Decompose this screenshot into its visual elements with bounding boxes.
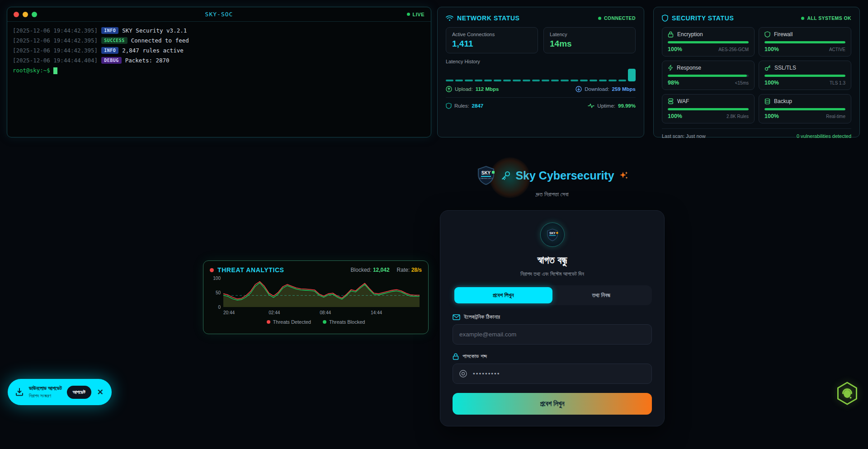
email-field[interactable] [453, 324, 652, 345]
download-stat: Download: 259 Mbps [576, 86, 636, 92]
latency-bar [475, 80, 482, 81]
security-status-label: ALL SYSTEMS OK [807, 15, 851, 21]
latency-bar [455, 80, 463, 81]
tab-register[interactable]: তথ্য নিবন্ধ [552, 287, 651, 303]
latency-bar [551, 80, 559, 81]
latency-bar [542, 80, 549, 81]
sparkles-icon [619, 170, 629, 180]
security-card-percent: 100% [668, 46, 682, 52]
svg-text:50: 50 [216, 290, 221, 295]
log-level-badge: DEBUG [101, 57, 122, 64]
password-field[interactable] [453, 364, 652, 384]
sky-shield-logo-icon: SKY [546, 228, 559, 241]
security-card-percent: 100% [764, 113, 779, 119]
brand-title: Sky Cybersecurity [515, 169, 614, 182]
tab-login[interactable]: প্রবেশ লিখুন [454, 287, 552, 303]
threat-chart: 05010020:4402:4408:4414:44 [210, 274, 423, 317]
envelope-icon [453, 314, 460, 320]
password-label: পাসকোড শব্দ [462, 353, 487, 360]
rules-label: Rules: [454, 103, 469, 109]
svg-text:14:44: 14:44 [371, 310, 382, 315]
svg-text:CYBERSECURITY: CYBERSECURITY [479, 178, 493, 180]
blocked-stat: Blocked: 12,042 [351, 267, 390, 273]
latency-bar [580, 80, 588, 81]
shield-icon [662, 14, 668, 22]
last-scan-text: Last scan: Just now [662, 133, 706, 139]
upload-label: Upload: [455, 86, 473, 92]
stat-label: Latency [550, 32, 629, 37]
vulnerabilities-text: 0 vulnerabilities detected [797, 133, 851, 139]
uptime-label: Uptime: [597, 103, 615, 109]
latency-bar [561, 80, 568, 81]
server-icon [668, 98, 674, 104]
sky-shield-logo-icon: SKY CYBERSECURITY [476, 165, 496, 185]
latency-bar [446, 80, 453, 81]
terminal-title: SKY-SOC [7, 11, 431, 18]
support-chat-button[interactable] [834, 380, 860, 406]
latency-bar [523, 80, 530, 81]
rate-label: Rate: [397, 267, 410, 273]
latency-bar [609, 80, 616, 81]
log-message: 2,847 rules active [122, 47, 183, 54]
log-line: [2025-12-06 19:44:44.404] DEBUG Packets:… [13, 57, 425, 64]
svg-text:SKY: SKY [481, 170, 491, 175]
progress-bar [764, 75, 845, 77]
progress-bar [764, 41, 845, 43]
terminal-prompt[interactable]: root@sky:~$ [13, 67, 425, 74]
update-button[interactable]: আপডেট [67, 386, 91, 399]
threat-dot-icon [210, 268, 214, 272]
threat-analytics-panel: THREAT ANALYTICS Blocked: 12,042 Rate: 2… [203, 260, 429, 334]
lock-icon [453, 353, 459, 360]
rules-value: 2847 [472, 103, 484, 109]
latency-history-chart [446, 67, 636, 81]
network-panel-title: NETWORK STATUS [457, 14, 520, 22]
upload-stat: Upload: 112 Mbps [446, 86, 499, 92]
security-card-detail: <15ms [735, 80, 749, 85]
wifi-icon [446, 15, 453, 21]
latency-bar [618, 80, 626, 81]
active-connections-value: 1,411 [452, 39, 532, 49]
security-card-percent: 98% [668, 80, 679, 86]
close-icon[interactable]: ✕ [96, 388, 104, 397]
prompt-text: root@sky:~$ [13, 67, 50, 74]
headset-hexagon-icon [834, 380, 860, 406]
download-label: Download: [585, 86, 609, 92]
toast-text: ডাউনলোড আপডেট নিরাপদ সংস্করণ [29, 385, 62, 399]
legend-item-blocked: Threats Blocked [323, 319, 365, 325]
security-card-name: Encryption [677, 31, 703, 38]
live-badge: LIVE [407, 12, 425, 17]
legend-dot-icon [267, 320, 270, 324]
log-timestamp: [2025-12-06 19:44:42.395] [13, 47, 98, 54]
latency-bar [465, 80, 472, 81]
security-status-badge: ALL SYSTEMS OK [801, 15, 851, 21]
legend-label: Threats Detected [273, 319, 311, 325]
download-value: 259 Mbps [612, 86, 636, 92]
terminal-cursor [53, 67, 57, 74]
security-card-encryption: Encryption 100% AES-256-GCM [662, 27, 755, 57]
zap-icon [668, 65, 673, 71]
network-status-badge: CONNECTED [598, 15, 636, 21]
download-icon [576, 86, 582, 92]
log-timestamp: [2025-12-06 19:44:44.404] [13, 57, 98, 64]
security-card-response: Response 98% <15ms [662, 61, 755, 90]
toast-title: ডাউনলোড আপডেট [29, 385, 62, 392]
uptime-value: 99.99% [618, 103, 636, 109]
avatar: SKY [540, 222, 565, 247]
status-dot-icon [801, 17, 804, 20]
blocked-label: Blocked: [351, 267, 372, 273]
log-level-badge: SUCCESS [101, 37, 127, 44]
security-card-detail: Real-time [826, 114, 845, 119]
log-level-badge: INFO [101, 27, 118, 34]
latency-bar [599, 80, 607, 81]
rules-stat: Rules: 2847 [446, 103, 483, 109]
submit-login-button[interactable]: প্রবেশ লিখুন [453, 393, 652, 415]
database-icon [764, 98, 770, 104]
svg-text:08:44: 08:44 [320, 310, 331, 315]
active-connections-card: Active Connections 1,411 [446, 27, 538, 53]
svg-text:100: 100 [213, 276, 221, 281]
login-subtitle: নিরাপদ তথ্য এবং সিস্টেম আপডেট দিন [453, 271, 652, 277]
security-card-name: Response [677, 65, 701, 71]
network-status-label: CONNECTED [604, 15, 636, 21]
svg-text:02:44: 02:44 [269, 310, 280, 315]
toggle-password-visibility-icon[interactable] [459, 369, 467, 378]
